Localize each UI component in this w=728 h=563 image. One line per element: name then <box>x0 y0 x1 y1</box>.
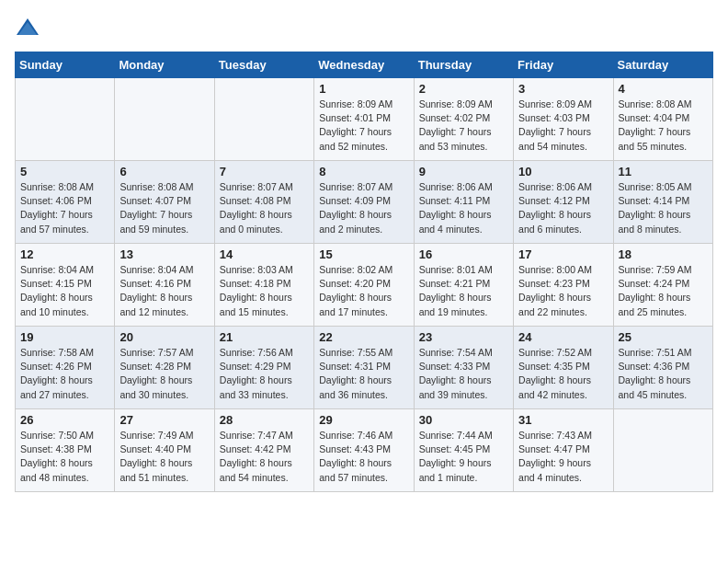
day-number: 5 <box>20 165 109 178</box>
calendar-cell: 27Sunrise: 7:49 AM Sunset: 4:40 PM Dayli… <box>115 409 214 492</box>
day-info: Sunrise: 8:01 AM Sunset: 4:21 PM Dayligh… <box>419 263 508 319</box>
day-number: 1 <box>319 82 408 96</box>
day-info: Sunrise: 8:09 AM Sunset: 4:03 PM Dayligh… <box>518 98 608 154</box>
weekday-header-wednesday: Wednesday <box>314 52 414 78</box>
weekday-header-tuesday: Tuesday <box>214 52 313 78</box>
day-number: 27 <box>119 413 209 427</box>
day-info: Sunrise: 8:09 AM Sunset: 4:01 PM Dayligh… <box>319 98 408 154</box>
day-number: 2 <box>419 82 508 96</box>
day-number: 19 <box>20 330 109 344</box>
day-number: 10 <box>518 165 608 178</box>
calendar-cell: 18Sunrise: 7:59 AM Sunset: 4:24 PM Dayli… <box>613 244 712 327</box>
day-info: Sunrise: 7:51 AM Sunset: 4:36 PM Dayligh… <box>619 346 708 402</box>
day-info: Sunrise: 8:08 AM Sunset: 4:06 PM Dayligh… <box>20 180 109 236</box>
day-info: Sunrise: 8:08 AM Sunset: 4:04 PM Dayligh… <box>619 98 708 154</box>
day-number: 29 <box>319 413 408 427</box>
day-number: 25 <box>619 330 708 344</box>
day-info: Sunrise: 7:49 AM Sunset: 4:40 PM Dayligh… <box>119 429 209 485</box>
calendar-cell: 28Sunrise: 7:47 AM Sunset: 4:42 PM Dayli… <box>214 409 313 492</box>
day-number: 22 <box>319 330 408 344</box>
day-number: 9 <box>419 165 508 178</box>
week-row-1: 5Sunrise: 8:08 AM Sunset: 4:06 PM Daylig… <box>16 161 713 244</box>
day-info: Sunrise: 7:43 AM Sunset: 4:47 PM Dayligh… <box>518 429 608 485</box>
day-number: 30 <box>419 413 508 427</box>
weekday-header-row: SundayMondayTuesdayWednesdayThursdayFrid… <box>16 52 713 78</box>
day-info: Sunrise: 7:57 AM Sunset: 4:28 PM Dayligh… <box>119 346 209 402</box>
weekday-header-thursday: Thursday <box>414 52 513 78</box>
calendar-cell: 11Sunrise: 8:05 AM Sunset: 4:14 PM Dayli… <box>613 161 712 244</box>
day-number: 21 <box>220 330 309 344</box>
week-row-0: 1Sunrise: 8:09 AM Sunset: 4:01 PM Daylig… <box>16 78 713 161</box>
day-info: Sunrise: 7:46 AM Sunset: 4:43 PM Dayligh… <box>319 429 408 485</box>
week-row-2: 12Sunrise: 8:04 AM Sunset: 4:15 PM Dayli… <box>16 244 713 327</box>
day-number: 26 <box>20 413 109 427</box>
day-number: 11 <box>619 165 708 178</box>
calendar-cell: 9Sunrise: 8:06 AM Sunset: 4:11 PM Daylig… <box>414 161 513 244</box>
week-row-4: 26Sunrise: 7:50 AM Sunset: 4:38 PM Dayli… <box>16 409 713 492</box>
day-info: Sunrise: 8:00 AM Sunset: 4:23 PM Dayligh… <box>518 263 608 319</box>
week-row-3: 19Sunrise: 7:58 AM Sunset: 4:26 PM Dayli… <box>16 327 713 409</box>
calendar-cell: 25Sunrise: 7:51 AM Sunset: 4:36 PM Dayli… <box>613 327 712 409</box>
day-number: 16 <box>419 247 508 261</box>
calendar-cell: 1Sunrise: 8:09 AM Sunset: 4:01 PM Daylig… <box>314 78 414 161</box>
day-number: 7 <box>220 165 309 178</box>
day-info: Sunrise: 8:03 AM Sunset: 4:18 PM Dayligh… <box>220 263 309 319</box>
day-number: 12 <box>20 247 109 261</box>
calendar-cell: 21Sunrise: 7:56 AM Sunset: 4:29 PM Dayli… <box>214 327 313 409</box>
calendar-cell <box>613 409 712 492</box>
calendar-cell: 13Sunrise: 8:04 AM Sunset: 4:16 PM Dayli… <box>115 244 214 327</box>
day-info: Sunrise: 8:05 AM Sunset: 4:14 PM Dayligh… <box>619 180 708 236</box>
day-info: Sunrise: 7:50 AM Sunset: 4:38 PM Dayligh… <box>20 429 109 485</box>
day-info: Sunrise: 7:58 AM Sunset: 4:26 PM Dayligh… <box>20 346 109 402</box>
calendar-cell: 8Sunrise: 8:07 AM Sunset: 4:09 PM Daylig… <box>314 161 414 244</box>
day-number: 15 <box>319 247 408 261</box>
calendar-table: SundayMondayTuesdayWednesdayThursdayFrid… <box>15 52 713 492</box>
day-number: 13 <box>119 247 209 261</box>
calendar-cell: 5Sunrise: 8:08 AM Sunset: 4:06 PM Daylig… <box>16 161 115 244</box>
day-info: Sunrise: 7:47 AM Sunset: 4:42 PM Dayligh… <box>220 429 309 485</box>
logo-icon <box>15 15 40 40</box>
day-number: 4 <box>619 82 708 96</box>
day-info: Sunrise: 7:54 AM Sunset: 4:33 PM Dayligh… <box>419 346 508 402</box>
calendar-cell: 6Sunrise: 8:08 AM Sunset: 4:07 PM Daylig… <box>115 161 214 244</box>
calendar-cell: 4Sunrise: 8:08 AM Sunset: 4:04 PM Daylig… <box>613 78 712 161</box>
calendar-cell: 29Sunrise: 7:46 AM Sunset: 4:43 PM Dayli… <box>314 409 414 492</box>
calendar-cell: 23Sunrise: 7:54 AM Sunset: 4:33 PM Dayli… <box>414 327 513 409</box>
day-number: 18 <box>619 247 708 261</box>
calendar-cell: 17Sunrise: 8:00 AM Sunset: 4:23 PM Dayli… <box>514 244 613 327</box>
calendar-cell: 3Sunrise: 8:09 AM Sunset: 4:03 PM Daylig… <box>514 78 613 161</box>
day-number: 14 <box>220 247 309 261</box>
day-info: Sunrise: 8:06 AM Sunset: 4:11 PM Dayligh… <box>419 180 508 236</box>
weekday-header-saturday: Saturday <box>613 52 712 78</box>
day-number: 17 <box>518 247 608 261</box>
day-number: 6 <box>119 165 209 178</box>
day-number: 20 <box>119 330 209 344</box>
day-info: Sunrise: 8:09 AM Sunset: 4:02 PM Dayligh… <box>419 98 508 154</box>
calendar-cell: 19Sunrise: 7:58 AM Sunset: 4:26 PM Dayli… <box>16 327 115 409</box>
weekday-header-friday: Friday <box>514 52 613 78</box>
calendar-cell <box>115 78 214 161</box>
day-info: Sunrise: 7:56 AM Sunset: 4:29 PM Dayligh… <box>220 346 309 402</box>
day-info: Sunrise: 8:08 AM Sunset: 4:07 PM Dayligh… <box>119 180 209 236</box>
day-number: 31 <box>518 413 608 427</box>
calendar-cell: 15Sunrise: 8:02 AM Sunset: 4:20 PM Dayli… <box>314 244 414 327</box>
calendar-cell: 24Sunrise: 7:52 AM Sunset: 4:35 PM Dayli… <box>514 327 613 409</box>
day-number: 24 <box>518 330 608 344</box>
day-info: Sunrise: 7:52 AM Sunset: 4:35 PM Dayligh… <box>518 346 608 402</box>
calendar-cell: 12Sunrise: 8:04 AM Sunset: 4:15 PM Dayli… <box>16 244 115 327</box>
day-number: 8 <box>319 165 408 178</box>
calendar-cell <box>16 78 115 161</box>
calendar-cell: 7Sunrise: 8:07 AM Sunset: 4:08 PM Daylig… <box>214 161 313 244</box>
day-info: Sunrise: 8:04 AM Sunset: 4:15 PM Dayligh… <box>20 263 109 319</box>
day-info: Sunrise: 7:44 AM Sunset: 4:45 PM Dayligh… <box>419 429 508 485</box>
calendar-cell: 26Sunrise: 7:50 AM Sunset: 4:38 PM Dayli… <box>16 409 115 492</box>
day-info: Sunrise: 7:59 AM Sunset: 4:24 PM Dayligh… <box>619 263 708 319</box>
day-info: Sunrise: 8:07 AM Sunset: 4:08 PM Dayligh… <box>220 180 309 236</box>
calendar-cell: 20Sunrise: 7:57 AM Sunset: 4:28 PM Dayli… <box>115 327 214 409</box>
day-info: Sunrise: 8:06 AM Sunset: 4:12 PM Dayligh… <box>518 180 608 236</box>
day-info: Sunrise: 8:07 AM Sunset: 4:09 PM Dayligh… <box>319 180 408 236</box>
calendar-cell: 31Sunrise: 7:43 AM Sunset: 4:47 PM Dayli… <box>514 409 613 492</box>
calendar-cell: 22Sunrise: 7:55 AM Sunset: 4:31 PM Dayli… <box>314 327 414 409</box>
weekday-header-monday: Monday <box>115 52 214 78</box>
day-number: 28 <box>220 413 309 427</box>
